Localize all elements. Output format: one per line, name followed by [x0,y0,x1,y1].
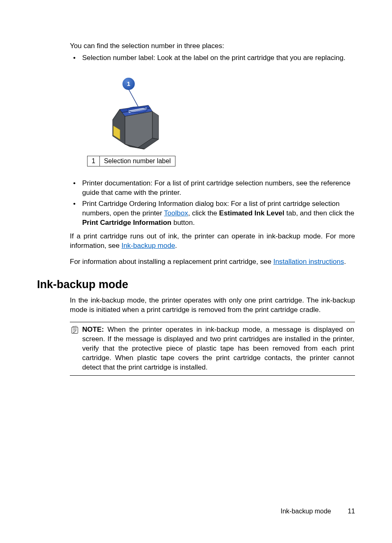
bullet-list-mid: Printer documentation: For a list of pri… [70,179,355,228]
text-fragment: button. [171,219,195,226]
note-box: NOTE: When the printer operates in ink-b… [70,322,355,376]
legend-text: Selection number label [99,156,175,166]
text-fragment: tab, and then click the [284,209,354,217]
note-body: When the printer operates in ink-backup … [82,326,354,371]
text-fragment: . [344,258,346,266]
bullet-item: Print Cartridge Ordering Information dia… [82,199,355,228]
installation-instructions-link[interactable]: Installation instructions [273,258,344,266]
paragraph-ink-backup-info: If a print cartridge runs out of ink, th… [70,232,355,251]
note-label: NOTE: [82,326,104,333]
figure-wrapper: 1 1 Selection [85,74,355,166]
cartridge-figure: 1 [85,74,167,153]
paragraph-install-info: For information about installing a repla… [70,257,355,267]
svg-line-0 [129,89,138,106]
note-text: NOTE: When the printer operates in ink-b… [82,325,354,372]
bullet-item: Printer documentation: For a list of pri… [82,179,355,198]
bullet-list-top: Selection number label: Look at the labe… [70,53,355,63]
text-fragment: If a print cartridge runs out of ink, th… [70,232,355,250]
note-icon [71,326,79,337]
ink-backup-mode-heading: Ink-backup mode [37,278,355,291]
text-fragment: For information about installing a repla… [70,258,273,266]
intro-text: You can find the selection number in thr… [70,42,355,51]
callout-number-badge: 1 [122,78,135,90]
footer-section-title: Ink-backup mode [281,508,331,515]
legend-number: 1 [88,156,100,166]
paragraph-mode-description: In the ink-backup mode, the printer oper… [70,296,355,315]
page-footer: Ink-backup mode 11 [281,508,355,515]
figure-legend-table: 1 Selection number label [87,156,175,166]
text-fragment: , click the [188,209,219,217]
toolbox-link[interactable]: Toolbox [164,209,188,217]
text-fragment: . [175,242,177,250]
bullet-item: Selection number label: Look at the labe… [82,53,355,63]
ink-backup-mode-link[interactable]: Ink-backup mode [122,242,175,250]
footer-page-number: 11 [348,508,355,515]
estimated-ink-level-label: Estimated Ink Level [219,209,284,217]
print-cartridge-info-label: Print Cartridge Information [82,219,171,226]
